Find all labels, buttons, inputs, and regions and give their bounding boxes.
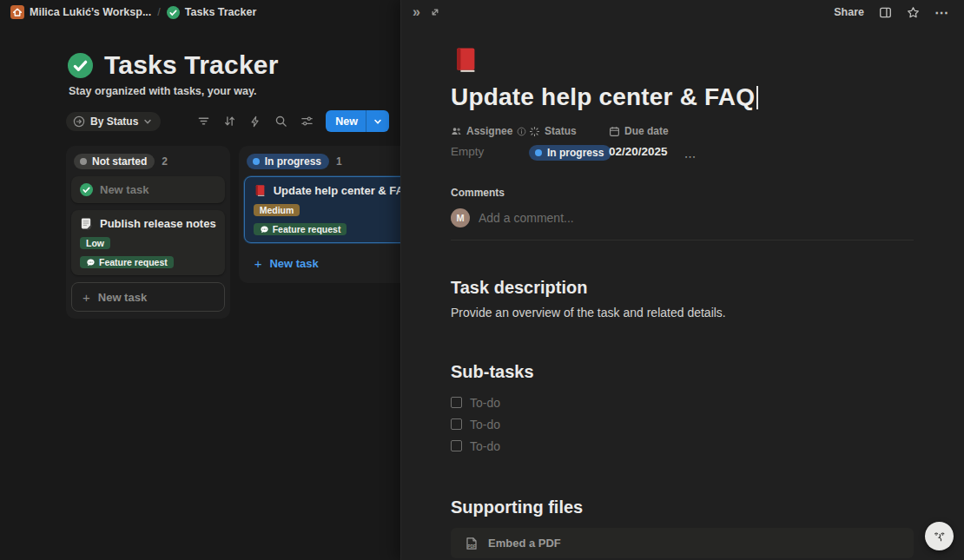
card-title: Publish release notes [100, 217, 216, 230]
column-status-pill[interactable]: In progress [247, 154, 329, 169]
column-name: In progress [265, 155, 321, 168]
view-selector[interactable]: By Status [66, 112, 161, 131]
assignee-value[interactable]: Empty [451, 145, 529, 158]
board-toolbar: By Status New [66, 110, 389, 132]
text-cursor [756, 86, 758, 109]
card-title: Update help center & FAQ [274, 184, 413, 197]
column-count: 1 [336, 155, 342, 168]
share-button[interactable]: Share [834, 6, 864, 18]
speech-bubble-icon [86, 258, 96, 267]
memo-icon [80, 217, 93, 230]
page-subtitle[interactable]: Stay organized with tasks, your way. [69, 85, 417, 97]
new-task-label: New task [269, 257, 318, 270]
checkbox-icon[interactable] [451, 397, 462, 408]
task-card-publish-release-notes[interactable]: Publish release notes Low Feature reques… [71, 210, 225, 275]
column-not-started: Not started 2 New task Publish release [66, 146, 230, 319]
new-button-label: New [326, 110, 366, 132]
checkbox-icon[interactable] [451, 418, 462, 430]
property-status[interactable]: Status In progress [529, 125, 609, 161]
notion-ai-button[interactable] [925, 522, 954, 550]
subtasks-heading[interactable]: Sub-tasks [451, 362, 914, 382]
task-title[interactable]: Update help center & FAQ [451, 83, 755, 111]
breadcrumb-workspace[interactable]: Milica Lukić’s Worksp... [10, 5, 151, 19]
side-peek-panel: » Share ⋯ Update help center & FAQ [400, 0, 964, 560]
task-description-heading[interactable]: Task description [451, 278, 914, 298]
gray-dot-icon [80, 158, 87, 165]
calendar-icon [609, 126, 620, 137]
board-view: Tasks Tracker Stay organized with tasks,… [0, 24, 417, 560]
task-description-section: Task description Provide an overview of … [451, 278, 914, 320]
search-icon[interactable] [274, 115, 287, 128]
breadcrumb-page[interactable]: Tasks Tracker [167, 6, 256, 19]
circle-arrow-icon [73, 115, 85, 128]
todo-item[interactable]: To-do [451, 413, 914, 435]
info-icon [517, 127, 526, 136]
blue-dot-icon [535, 149, 542, 156]
pdf-file-icon: PDF [465, 537, 479, 550]
property-row: Assignee Empty Status In progress [451, 125, 914, 163]
chevron-down-icon [143, 117, 152, 126]
favorite-star-icon[interactable] [907, 6, 920, 19]
workspace-name: Milica Lukić’s Worksp... [30, 6, 151, 18]
tag-badge: Feature request [80, 256, 174, 268]
page-emoji-red-book-icon[interactable] [451, 45, 480, 75]
tag-badge: Feature request [254, 223, 347, 235]
status-spinner-icon [529, 126, 540, 137]
property-more-icon[interactable]: ⋯ [684, 149, 697, 163]
checkbox-icon[interactable] [451, 440, 462, 451]
comments-heading: Comments [451, 187, 914, 199]
home-icon [10, 5, 24, 19]
breadcrumb-separator: / [157, 6, 160, 18]
new-task-button[interactable]: + New task [244, 250, 417, 276]
side-panel-toggle-icon[interactable] [879, 6, 892, 19]
supporting-files-section: Supporting files PDF Embed a PDF Connect… [451, 497, 914, 560]
lightning-icon[interactable] [249, 115, 261, 128]
plus-icon: + [83, 291, 90, 304]
view-label: By Status [90, 115, 138, 128]
supporting-files-heading[interactable]: Supporting files [451, 497, 914, 517]
column-count: 2 [162, 155, 168, 168]
settings-sliders-icon[interactable] [300, 115, 314, 128]
task-description-body[interactable]: Provide an overview of the task and rela… [451, 306, 914, 320]
red-book-icon [254, 184, 267, 197]
panel-topbar: » Share ⋯ [401, 0, 964, 24]
breadcrumb-page-title: Tasks Tracker [185, 6, 256, 18]
priority-badge: Low [80, 237, 110, 249]
new-task-button[interactable]: + New task [71, 282, 225, 312]
green-check-icon [167, 6, 180, 19]
breadcrumb: Milica Lukić’s Worksp... / Tasks Tracker [0, 0, 400, 24]
todo-item[interactable]: To-do [451, 392, 914, 413]
todo-item[interactable]: To-do [451, 435, 914, 457]
task-card-update-help-center[interactable]: Update help center & FAQ Medium Feature … [244, 176, 417, 243]
more-options-icon[interactable]: ⋯ [934, 4, 948, 21]
new-button-dropdown[interactable] [366, 110, 389, 132]
column-status-pill[interactable]: Not started [74, 154, 155, 169]
task-card-new-task[interactable]: New task [71, 176, 225, 203]
new-task-label: New task [98, 291, 147, 304]
due-date-value[interactable]: 02/20/2025 [609, 145, 669, 158]
column-name: Not started [92, 155, 147, 168]
sort-icon[interactable] [223, 115, 236, 128]
embed-pdf-bar[interactable]: PDF Embed a PDF [451, 528, 914, 558]
priority-badge: Medium [254, 204, 300, 216]
ai-face-icon [930, 527, 949, 546]
property-assignee[interactable]: Assignee Empty [451, 125, 529, 158]
comment-placeholder: Add a comment... [479, 211, 574, 225]
subtasks-section: Sub-tasks To-do To-do To-do [451, 362, 914, 457]
embed-pdf-label: Embed a PDF [488, 537, 561, 550]
blue-dot-icon [253, 158, 260, 165]
page-icon-green-check[interactable] [68, 53, 93, 78]
card-title: New task [100, 183, 149, 196]
property-due-date[interactable]: Due date 02/20/2025 [609, 125, 669, 158]
status-value-pill[interactable]: In progress [529, 145, 611, 161]
comment-input[interactable]: M Add a comment... [451, 208, 914, 227]
collapse-panel-icon[interactable]: » [413, 4, 419, 20]
page-title[interactable]: Tasks Tracker [104, 50, 279, 80]
plus-icon: + [254, 257, 262, 270]
new-button[interactable]: New [326, 110, 389, 132]
filter-icon[interactable] [197, 115, 210, 128]
divider [451, 240, 914, 240]
speech-bubble-icon [260, 225, 269, 234]
column-in-progress: In progress 1 Update help center & FAQ M… [239, 146, 422, 283]
expand-page-icon[interactable] [430, 7, 440, 17]
